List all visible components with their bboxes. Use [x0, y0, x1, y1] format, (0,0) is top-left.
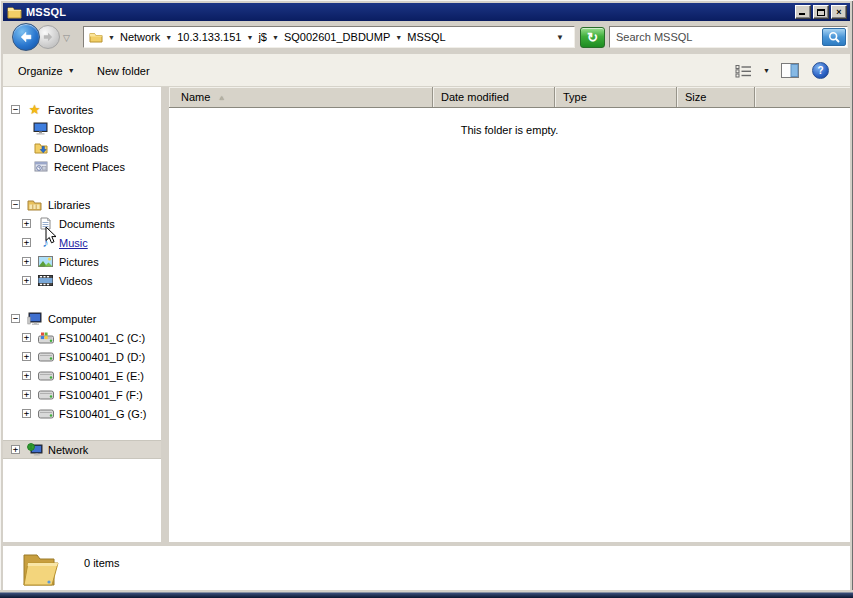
window-title: MSSQL	[26, 6, 66, 18]
preview-pane-button[interactable]	[781, 63, 799, 82]
expand-icon[interactable]: +	[22, 238, 31, 247]
breadcrumb-mssql[interactable]: MSSQL	[404, 31, 449, 43]
expand-icon[interactable]: +	[22, 352, 31, 361]
computer-icon	[26, 312, 43, 325]
collapse-icon[interactable]: −	[11, 105, 20, 114]
sidebar-item-documents[interactable]: + Documents	[3, 214, 161, 233]
breadcrumb-separator-icon[interactable]: ▼	[270, 34, 281, 41]
sidebar-item-music[interactable]: + ♪ Music	[3, 233, 161, 252]
help-button[interactable]: ?	[812, 62, 829, 79]
sidebar-item-favorites[interactable]: − ★ Favorites	[3, 100, 161, 119]
collapse-icon[interactable]: −	[11, 200, 20, 209]
breadcrumb-host[interactable]: 10.3.133.151	[174, 31, 244, 43]
documents-icon	[37, 217, 54, 230]
videos-icon	[37, 275, 54, 286]
breadcrumb-separator-icon[interactable]: ▼	[393, 34, 404, 41]
column-header-row: Name ▲ Date modified Type Size	[169, 87, 850, 108]
column-header-name[interactable]: Name ▲	[169, 87, 433, 107]
collapse-icon[interactable]: −	[11, 314, 20, 323]
expand-icon[interactable]: +	[22, 276, 31, 285]
drive-icon	[37, 409, 54, 419]
navigation-bar: ▽ ▼ Network ▼ 10.3.133.151 ▼ j$ ▼ SQ0026…	[3, 21, 850, 54]
sidebar-item-pictures[interactable]: + Pictures	[3, 252, 161, 271]
sidebar-item-libraries[interactable]: − Libraries	[3, 195, 161, 214]
navigation-pane: − ★ Favorites Desktop Downloads	[3, 87, 161, 542]
window-bottom-edge	[0, 590, 853, 598]
expand-icon[interactable]: +	[22, 219, 31, 228]
column-header-filler	[755, 87, 850, 107]
sidebar-item-computer[interactable]: − Computer	[3, 309, 161, 328]
breadcrumb-share[interactable]: j$	[255, 31, 270, 43]
expand-icon[interactable]: +	[22, 371, 31, 380]
views-list-icon	[735, 64, 752, 78]
sidebar-item-desktop[interactable]: Desktop	[3, 119, 161, 138]
title-bar[interactable]: MSSQL ×	[3, 3, 850, 21]
music-icon: ♪	[37, 236, 54, 249]
breadcrumb-separator-icon[interactable]: ▼	[163, 34, 174, 41]
column-header-size[interactable]: Size	[677, 87, 755, 107]
favorites-icon: ★	[26, 103, 43, 116]
column-header-type[interactable]: Type	[555, 87, 677, 107]
drive-icon	[37, 390, 54, 400]
sidebar-item-downloads[interactable]: Downloads	[3, 138, 161, 157]
search-box[interactable]: Search MSSQL	[609, 26, 848, 48]
location-folder-icon[interactable]	[88, 32, 104, 43]
back-button[interactable]	[12, 23, 40, 51]
breadcrumb-separator-icon[interactable]: ▼	[244, 34, 255, 41]
drive-icon	[37, 352, 54, 362]
desktop-icon	[32, 122, 49, 135]
address-dropdown-icon[interactable]: ▼	[556, 33, 564, 42]
sidebar-item-drive-d[interactable]: + FS100401_D (D:)	[3, 347, 161, 366]
window-controls: ×	[795, 5, 847, 19]
sidebar-item-videos[interactable]: + Videos	[3, 271, 161, 290]
downloads-icon	[32, 142, 49, 154]
breadcrumb-network[interactable]: Network	[117, 31, 163, 43]
system-drive-icon	[37, 332, 54, 344]
explorer-window: MSSQL × ▽ ▼ Network ▼ 10.3.133.151 ▼ j$ …	[0, 0, 853, 598]
window-folder-icon	[6, 6, 22, 19]
sidebar-item-drive-c[interactable]: + FS100401_C (C:)	[3, 328, 161, 347]
pictures-icon	[37, 256, 54, 267]
maximize-button[interactable]	[813, 5, 829, 19]
minimize-button[interactable]	[795, 5, 811, 19]
breadcrumb-dbdump[interactable]: SQ002601_DBDUMP	[281, 31, 393, 43]
item-count: 0 items	[84, 557, 119, 569]
recent-places-icon	[32, 161, 49, 173]
breadcrumb-separator-icon[interactable]: ▼	[106, 34, 117, 41]
details-pane: 0 items	[3, 542, 850, 590]
refresh-button[interactable]: ↻	[580, 27, 605, 48]
window-body: − ★ Favorites Desktop Downloads	[3, 87, 850, 542]
preview-pane-icon	[781, 63, 799, 78]
command-bar-right: ▼ ?	[3, 54, 850, 87]
sidebar-item-drive-g[interactable]: + FS100401_G (G:)	[3, 404, 161, 423]
search-button[interactable]	[822, 28, 846, 46]
forward-arrow-icon	[42, 32, 54, 42]
sidebar-item-drive-e[interactable]: + FS100401_E (E:)	[3, 366, 161, 385]
libraries-icon	[26, 199, 43, 211]
drive-icon	[37, 371, 54, 381]
address-bar[interactable]: ▼ Network ▼ 10.3.133.151 ▼ j$ ▼ SQ002601…	[83, 26, 575, 48]
expand-icon[interactable]: +	[11, 445, 20, 454]
history-dropdown-icon[interactable]: ▽	[63, 33, 70, 43]
sidebar-item-network[interactable]: + Network	[3, 440, 161, 459]
expand-icon[interactable]: +	[22, 257, 31, 266]
close-button[interactable]: ×	[831, 5, 847, 19]
back-arrow-icon	[19, 31, 33, 43]
sidebar-item-recent-places[interactable]: Recent Places	[3, 157, 161, 176]
empty-folder-message: This folder is empty.	[169, 124, 850, 136]
column-header-date-modified[interactable]: Date modified	[433, 87, 555, 107]
sort-ascending-icon: ▲	[218, 94, 225, 101]
expand-icon[interactable]: +	[22, 333, 31, 342]
expand-icon[interactable]: +	[22, 390, 31, 399]
magnifier-icon	[828, 31, 841, 44]
change-view-button[interactable]	[735, 64, 752, 82]
expand-icon[interactable]: +	[22, 409, 31, 418]
pane-splitter[interactable]	[161, 87, 169, 542]
search-placeholder: Search MSSQL	[616, 31, 692, 43]
network-icon	[26, 443, 43, 456]
views-dropdown-icon[interactable]: ▼	[763, 67, 770, 74]
command-bar: Organize ▼ New folder ▼ ?	[3, 54, 850, 87]
current-folder-icon	[18, 549, 62, 595]
sidebar-item-drive-f[interactable]: + FS100401_F (F:)	[3, 385, 161, 404]
file-list-pane[interactable]: Name ▲ Date modified Type Size This fold…	[169, 87, 850, 542]
